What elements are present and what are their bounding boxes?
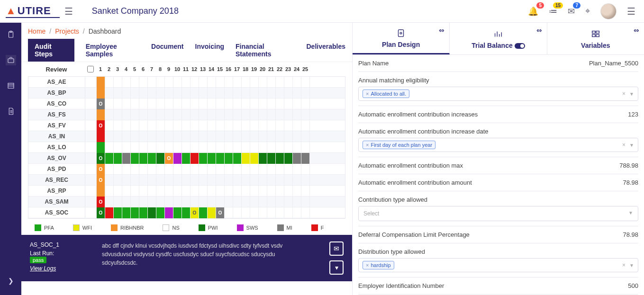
grid-cell[interactable] [250,88,259,98]
grid-cell[interactable] [242,109,250,120]
row-check[interactable] [85,164,97,174]
tag-input[interactable]: ×hardship×▼ [358,258,638,272]
grid-cell[interactable] [199,175,208,186]
grid-cell[interactable] [276,164,284,175]
grid-cell[interactable] [301,109,310,120]
grid-cell[interactable] [199,131,208,142]
grid-cell[interactable] [182,207,190,218]
grid-cell[interactable] [156,109,165,120]
grid-cell[interactable] [190,175,199,186]
grid-row[interactable]: AS_IN [28,131,345,142]
grid-cell[interactable] [267,98,276,109]
grid-cell[interactable] [131,207,139,218]
grid-cell[interactable] [190,77,199,88]
grid-cell[interactable] [165,142,173,153]
grid-cell[interactable] [148,175,156,186]
grid-row[interactable]: AS_FV [28,120,345,131]
grid-cell[interactable] [284,98,293,109]
grid-cell[interactable] [97,98,105,109]
tag-remove-icon[interactable]: × [366,91,369,97]
grid-cell[interactable] [293,207,301,218]
chevron-down-icon[interactable]: ▼ [629,91,634,97]
grid-row[interactable]: AS_AE [28,77,345,88]
grid-cell[interactable] [122,109,131,120]
grid-cell[interactable] [284,109,293,120]
rail-expand-icon[interactable]: ❯ [8,277,14,285]
grid-row[interactable]: AS_SOC [28,207,345,218]
grid-cell[interactable] [208,77,216,88]
grid-cell[interactable] [267,109,276,120]
grid-cell[interactable] [276,186,284,197]
grid-cell[interactable] [190,120,199,131]
grid-cell[interactable] [105,131,114,142]
list-icon[interactable]: ≔15 [549,6,557,17]
grid-cell[interactable] [190,197,199,207]
grid-cell[interactable] [105,207,114,218]
grid-cell[interactable] [293,131,301,142]
grid-cell[interactable] [225,153,233,164]
tab-invoicing[interactable]: Invoicing [195,39,224,62]
row-check[interactable] [85,88,97,98]
grid-cell[interactable] [284,88,293,98]
grid-cell[interactable] [105,153,114,164]
grid-cell[interactable] [173,77,182,88]
grid-cell[interactable] [165,186,173,197]
grid-cell[interactable] [156,207,165,218]
grid-cell[interactable] [114,207,122,218]
grid-cell[interactable] [267,153,276,164]
grid-cell[interactable] [114,77,122,88]
row-check[interactable] [85,109,97,120]
location-icon[interactable]: ⌖ [585,6,590,16]
grid-cell[interactable] [216,164,225,175]
grid-cell[interactable] [199,98,208,109]
grid-cell[interactable] [250,131,259,142]
grid-cell[interactable] [122,131,131,142]
grid-cell[interactable] [276,98,284,109]
grid-cell[interactable] [97,142,105,153]
grid-cell[interactable] [131,197,139,207]
grid-cell[interactable] [122,175,131,186]
grid-cell[interactable] [233,142,242,153]
grid-cell[interactable] [208,186,216,197]
grid-cell[interactable] [233,98,242,109]
grid-cell[interactable] [165,197,173,207]
grid-cell[interactable] [293,109,301,120]
row-check[interactable] [85,197,97,207]
grid-cell[interactable] [293,153,301,164]
grid-cell[interactable] [259,88,267,98]
grid-cell[interactable] [156,197,165,207]
grid-cell[interactable] [114,153,122,164]
grid-cell[interactable] [267,77,276,88]
grid-cell[interactable] [225,175,233,186]
grid-cell[interactable] [131,109,139,120]
grid-cell[interactable] [182,77,190,88]
grid-cell[interactable] [276,197,284,207]
grid-cell[interactable] [233,207,242,218]
grid-cell[interactable] [284,207,293,218]
grid-cell[interactable] [233,186,242,197]
crumb-home[interactable]: Home [28,27,45,35]
grid-cell[interactable] [156,142,165,153]
grid-cell[interactable] [97,77,105,88]
grid-cell[interactable] [250,164,259,175]
grid-cell[interactable] [225,77,233,88]
status-mail-button[interactable]: ✉ [329,241,344,256]
clear-icon[interactable]: × [622,142,626,148]
grid-cell[interactable] [276,109,284,120]
mail-icon[interactable]: ✉7 [568,6,575,17]
grid-cell[interactable] [276,88,284,98]
grid-cell[interactable] [225,109,233,120]
grid-cell[interactable] [131,175,139,186]
grid-cell[interactable] [148,142,156,153]
grid-cell[interactable] [114,109,122,120]
tab-financial-statements[interactable]: Financial Statements [236,39,295,62]
grid-cell[interactable] [165,98,173,109]
grid-row[interactable]: AS_FS [28,109,345,120]
grid-cell[interactable] [165,175,173,186]
grid-cell[interactable] [208,88,216,98]
grid-cell[interactable] [173,153,182,164]
grid-cell[interactable] [276,77,284,88]
rail-briefcase-icon[interactable] [6,55,16,65]
tag-chip[interactable]: ×hardship [363,261,394,269]
grid-cell[interactable] [114,186,122,197]
